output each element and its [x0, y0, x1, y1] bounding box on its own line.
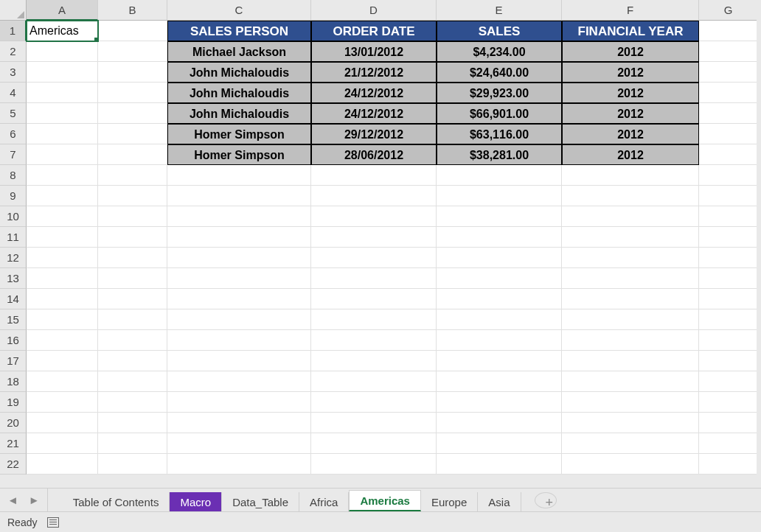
cell-G15[interactable] — [699, 309, 758, 330]
cell-B5[interactable] — [98, 103, 167, 124]
cell-E20[interactable] — [437, 413, 562, 433]
table-cell[interactable]: $66,901.00 — [437, 103, 562, 124]
cell-A6[interactable] — [27, 124, 98, 144]
cell-B9[interactable] — [98, 186, 167, 206]
cell-B22[interactable] — [98, 454, 167, 475]
tab-nav-prev-icon[interactable]: ◄ — [7, 494, 18, 506]
cell-C8[interactable] — [167, 165, 311, 186]
worksheet-area[interactable]: ABCDEFG1AmericasSALES PERSONORDER DATESA… — [0, 0, 761, 488]
cell-A14[interactable] — [27, 289, 98, 309]
cell-G11[interactable] — [699, 227, 758, 248]
cell-G19[interactable] — [699, 392, 758, 413]
cell-B1[interactable] — [98, 21, 167, 41]
row-header-20[interactable]: 20 — [0, 413, 27, 433]
cell-A9[interactable] — [27, 186, 98, 206]
tab-nav-next-icon[interactable]: ► — [29, 494, 40, 506]
cell-B8[interactable] — [98, 165, 167, 186]
table-cell[interactable]: John Michaloudis — [167, 83, 311, 103]
row-header-1[interactable]: 1 — [0, 21, 27, 41]
table-header[interactable]: FINANCIAL YEAR — [562, 21, 699, 41]
cell-G4[interactable] — [699, 83, 758, 103]
table-cell[interactable]: Homer Simpson — [167, 144, 311, 165]
cell-B4[interactable] — [98, 83, 167, 103]
table-cell[interactable]: 29/12/2012 — [311, 124, 437, 144]
table-cell[interactable]: $63,116.00 — [437, 124, 562, 144]
table-cell[interactable]: 2012 — [562, 41, 699, 62]
cell-B17[interactable] — [98, 351, 167, 371]
cell-F8[interactable] — [562, 165, 699, 186]
table-header[interactable]: SALES — [437, 21, 562, 41]
cell-E9[interactable] — [437, 186, 562, 206]
cell-F15[interactable] — [562, 309, 699, 330]
cell-B11[interactable] — [98, 227, 167, 248]
cell-C10[interactable] — [167, 206, 311, 227]
cell-D11[interactable] — [311, 227, 437, 248]
cell-A1[interactable]: Americas — [27, 21, 98, 41]
cell-F14[interactable] — [562, 289, 699, 309]
column-header-C[interactable]: C — [167, 0, 311, 21]
cell-E18[interactable] — [437, 371, 562, 392]
table-cell[interactable]: $38,281.00 — [437, 144, 562, 165]
cell-F13[interactable] — [562, 268, 699, 289]
cell-A10[interactable] — [27, 206, 98, 227]
table-cell[interactable]: 2012 — [562, 103, 699, 124]
column-header-G[interactable]: G — [699, 0, 758, 21]
table-cell[interactable]: 21/12/2012 — [311, 62, 437, 83]
cell-A12[interactable] — [27, 248, 98, 268]
select-all-corner[interactable] — [0, 0, 27, 21]
sheet-tab-data-table[interactable]: Data_Table — [222, 492, 299, 511]
column-header-A[interactable]: A — [27, 0, 98, 21]
cell-A13[interactable] — [27, 268, 98, 289]
cell-E11[interactable] — [437, 227, 562, 248]
cell-A22[interactable] — [27, 454, 98, 475]
cell-E17[interactable] — [437, 351, 562, 371]
cell-D19[interactable] — [311, 392, 437, 413]
row-header-8[interactable]: 8 — [0, 165, 27, 186]
cell-C18[interactable] — [167, 371, 311, 392]
cell-D18[interactable] — [311, 371, 437, 392]
cell-D9[interactable] — [311, 186, 437, 206]
column-header-F[interactable]: F — [562, 0, 699, 21]
cell-G9[interactable] — [699, 186, 758, 206]
cell-D17[interactable] — [311, 351, 437, 371]
sheet-tab-table-of-contents[interactable]: Table of Contents — [63, 492, 170, 511]
cell-C17[interactable] — [167, 351, 311, 371]
row-header-14[interactable]: 14 — [0, 289, 27, 309]
cell-B3[interactable] — [98, 62, 167, 83]
cell-A20[interactable] — [27, 413, 98, 433]
cell-G13[interactable] — [699, 268, 758, 289]
cell-D20[interactable] — [311, 413, 437, 433]
cell-C11[interactable] — [167, 227, 311, 248]
cell-B20[interactable] — [98, 413, 167, 433]
sheet-tab-americas[interactable]: Americas — [349, 490, 421, 511]
cell-G20[interactable] — [699, 413, 758, 433]
cell-D10[interactable] — [311, 206, 437, 227]
cell-D22[interactable] — [311, 454, 437, 475]
sheet-tab-asia[interactable]: Asia — [478, 492, 521, 511]
cell-E21[interactable] — [437, 433, 562, 454]
cell-A5[interactable] — [27, 103, 98, 124]
cell-C22[interactable] — [167, 454, 311, 475]
row-header-2[interactable]: 2 — [0, 41, 27, 62]
row-header-19[interactable]: 19 — [0, 392, 27, 413]
cell-B12[interactable] — [98, 248, 167, 268]
cell-B16[interactable] — [98, 330, 167, 351]
row-header-12[interactable]: 12 — [0, 248, 27, 268]
cell-E8[interactable] — [437, 165, 562, 186]
row-header-6[interactable]: 6 — [0, 124, 27, 144]
cell-F22[interactable] — [562, 454, 699, 475]
row-header-4[interactable]: 4 — [0, 83, 27, 103]
cell-G2[interactable] — [699, 41, 758, 62]
sheet-tab-europe[interactable]: Europe — [421, 492, 478, 511]
table-cell[interactable]: 24/12/2012 — [311, 103, 437, 124]
cell-E13[interactable] — [437, 268, 562, 289]
cell-F18[interactable] — [562, 371, 699, 392]
table-cell[interactable]: 2012 — [562, 144, 699, 165]
cell-G8[interactable] — [699, 165, 758, 186]
cell-G6[interactable] — [699, 124, 758, 144]
cell-A4[interactable] — [27, 83, 98, 103]
table-cell[interactable]: Homer Simpson — [167, 124, 311, 144]
row-header-22[interactable]: 22 — [0, 454, 27, 475]
cell-C20[interactable] — [167, 413, 311, 433]
cell-G3[interactable] — [699, 62, 758, 83]
